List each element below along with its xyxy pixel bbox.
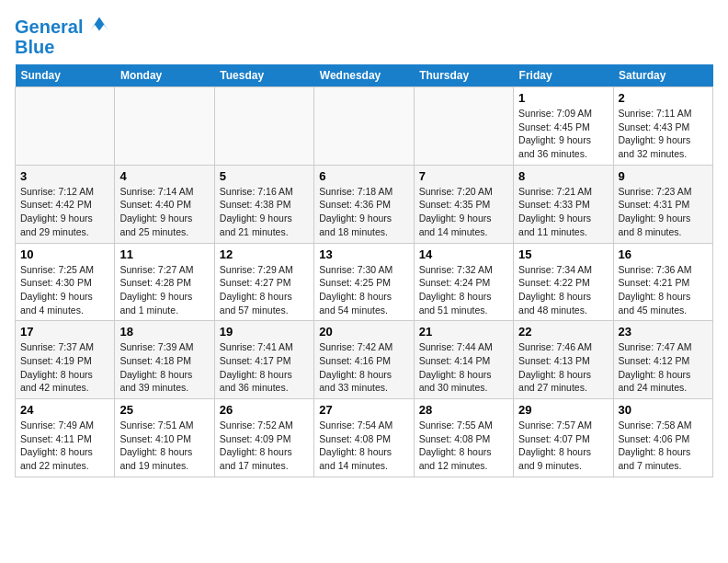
logo-icon <box>90 15 108 33</box>
day-info: Sunrise: 7:44 AMSunset: 4:14 PMDaylight:… <box>419 340 508 395</box>
day-number: 5 <box>220 169 309 183</box>
calendar-cell: 19Sunrise: 7:41 AMSunset: 4:17 PMDayligh… <box>214 321 313 399</box>
calendar-cell: 12Sunrise: 7:29 AMSunset: 4:27 PMDayligh… <box>214 243 313 321</box>
day-number: 24 <box>20 403 109 417</box>
day-info: Sunrise: 7:36 AMSunset: 4:21 PMDaylight:… <box>619 263 708 317</box>
weekday-header-sunday: Sunday <box>16 64 115 87</box>
day-info: Sunrise: 7:57 AMSunset: 4:07 PMDaylight:… <box>518 419 608 473</box>
calendar-cell: 27Sunrise: 7:54 AMSunset: 4:08 PMDayligh… <box>314 399 414 477</box>
calendar-cell: 6Sunrise: 7:18 AMSunset: 4:36 PMDaylight… <box>314 165 414 243</box>
day-number: 19 <box>220 325 309 339</box>
calendar-cell: 17Sunrise: 7:37 AMSunset: 4:19 PMDayligh… <box>16 321 115 399</box>
calendar-cell <box>314 87 414 166</box>
svg-marker-0 <box>90 17 108 31</box>
calendar-cell: 22Sunrise: 7:46 AMSunset: 4:13 PMDayligh… <box>514 321 613 399</box>
day-info: Sunrise: 7:41 AMSunset: 4:17 PMDaylight:… <box>220 340 309 395</box>
day-number: 30 <box>619 403 708 417</box>
day-info: Sunrise: 7:52 AMSunset: 4:09 PMDaylight:… <box>220 419 309 473</box>
day-number: 23 <box>619 325 708 339</box>
day-info: Sunrise: 7:49 AMSunset: 4:11 PMDaylight:… <box>20 419 109 473</box>
day-info: Sunrise: 7:29 AMSunset: 4:27 PMDaylight:… <box>220 263 309 317</box>
day-number: 18 <box>119 325 209 339</box>
calendar-cell: 25Sunrise: 7:51 AMSunset: 4:10 PMDayligh… <box>115 399 214 477</box>
calendar-cell: 2Sunrise: 7:11 AMSunset: 4:43 PMDaylight… <box>613 87 712 166</box>
calendar-cell: 20Sunrise: 7:42 AMSunset: 4:16 PMDayligh… <box>314 321 414 399</box>
logo-blue: Blue <box>15 37 54 57</box>
day-number: 4 <box>119 169 209 183</box>
day-info: Sunrise: 7:09 AMSunset: 4:45 PMDaylight:… <box>518 107 608 161</box>
logo-general: General <box>15 17 83 37</box>
day-number: 29 <box>518 403 608 417</box>
calendar-cell: 15Sunrise: 7:34 AMSunset: 4:22 PMDayligh… <box>514 243 613 321</box>
day-number: 8 <box>518 169 608 183</box>
calendar-cell: 28Sunrise: 7:55 AMSunset: 4:08 PMDayligh… <box>414 399 513 477</box>
day-info: Sunrise: 7:12 AMSunset: 4:42 PMDaylight:… <box>20 185 109 239</box>
page-header: General Blue <box>15 15 713 57</box>
calendar-cell: 11Sunrise: 7:27 AMSunset: 4:28 PMDayligh… <box>115 243 214 321</box>
calendar-cell: 21Sunrise: 7:44 AMSunset: 4:14 PMDayligh… <box>414 321 513 399</box>
calendar-cell: 3Sunrise: 7:12 AMSunset: 4:42 PMDaylight… <box>16 165 115 243</box>
day-number: 2 <box>619 91 708 105</box>
day-number: 10 <box>20 247 109 261</box>
day-info: Sunrise: 7:46 AMSunset: 4:13 PMDaylight:… <box>518 340 608 395</box>
weekday-header-thursday: Thursday <box>414 64 513 87</box>
day-number: 15 <box>518 247 608 261</box>
day-info: Sunrise: 7:21 AMSunset: 4:33 PMDaylight:… <box>518 185 608 239</box>
day-info: Sunrise: 7:58 AMSunset: 4:06 PMDaylight:… <box>619 419 708 473</box>
calendar-cell <box>414 87 513 166</box>
calendar-cell: 4Sunrise: 7:14 AMSunset: 4:40 PMDaylight… <box>115 165 214 243</box>
day-info: Sunrise: 7:18 AMSunset: 4:36 PMDaylight:… <box>319 185 408 239</box>
calendar-cell: 24Sunrise: 7:49 AMSunset: 4:11 PMDayligh… <box>16 399 115 477</box>
day-number: 11 <box>119 247 209 261</box>
day-number: 22 <box>518 325 608 339</box>
calendar-cell: 16Sunrise: 7:36 AMSunset: 4:21 PMDayligh… <box>613 243 712 321</box>
day-info: Sunrise: 7:54 AMSunset: 4:08 PMDaylight:… <box>319 419 408 473</box>
calendar-cell: 10Sunrise: 7:25 AMSunset: 4:30 PMDayligh… <box>16 243 115 321</box>
calendar-cell: 8Sunrise: 7:21 AMSunset: 4:33 PMDaylight… <box>514 165 613 243</box>
day-number: 1 <box>518 91 608 105</box>
day-number: 27 <box>319 403 408 417</box>
calendar-cell <box>115 87 214 166</box>
calendar-cell: 13Sunrise: 7:30 AMSunset: 4:25 PMDayligh… <box>314 243 414 321</box>
day-number: 12 <box>220 247 309 261</box>
day-number: 13 <box>319 247 408 261</box>
calendar-cell: 9Sunrise: 7:23 AMSunset: 4:31 PMDaylight… <box>613 165 712 243</box>
day-info: Sunrise: 7:30 AMSunset: 4:25 PMDaylight:… <box>319 263 408 317</box>
weekday-header-wednesday: Wednesday <box>314 64 414 87</box>
day-info: Sunrise: 7:37 AMSunset: 4:19 PMDaylight:… <box>20 340 109 395</box>
day-info: Sunrise: 7:55 AMSunset: 4:08 PMDaylight:… <box>419 419 508 473</box>
calendar-table: SundayMondayTuesdayWednesdayThursdayFrid… <box>15 64 713 477</box>
day-info: Sunrise: 7:47 AMSunset: 4:12 PMDaylight:… <box>619 340 708 395</box>
day-number: 26 <box>220 403 309 417</box>
day-number: 17 <box>20 325 109 339</box>
weekday-header-monday: Monday <box>115 64 214 87</box>
day-number: 6 <box>319 169 408 183</box>
day-info: Sunrise: 7:39 AMSunset: 4:18 PMDaylight:… <box>119 340 209 395</box>
calendar-cell: 18Sunrise: 7:39 AMSunset: 4:18 PMDayligh… <box>115 321 214 399</box>
weekday-header-friday: Friday <box>514 64 613 87</box>
day-info: Sunrise: 7:25 AMSunset: 4:30 PMDaylight:… <box>20 263 109 317</box>
day-info: Sunrise: 7:51 AMSunset: 4:10 PMDaylight:… <box>119 419 209 473</box>
day-info: Sunrise: 7:34 AMSunset: 4:22 PMDaylight:… <box>518 263 608 317</box>
day-info: Sunrise: 7:16 AMSunset: 4:38 PMDaylight:… <box>220 185 309 239</box>
calendar-cell: 23Sunrise: 7:47 AMSunset: 4:12 PMDayligh… <box>613 321 712 399</box>
day-number: 25 <box>119 403 209 417</box>
calendar-cell: 29Sunrise: 7:57 AMSunset: 4:07 PMDayligh… <box>514 399 613 477</box>
calendar-cell: 14Sunrise: 7:32 AMSunset: 4:24 PMDayligh… <box>414 243 513 321</box>
calendar-cell: 26Sunrise: 7:52 AMSunset: 4:09 PMDayligh… <box>214 399 313 477</box>
calendar-cell: 30Sunrise: 7:58 AMSunset: 4:06 PMDayligh… <box>613 399 712 477</box>
day-info: Sunrise: 7:42 AMSunset: 4:16 PMDaylight:… <box>319 340 408 395</box>
logo: General Blue <box>15 15 108 57</box>
day-number: 20 <box>319 325 408 339</box>
day-number: 21 <box>419 325 508 339</box>
calendar-cell: 5Sunrise: 7:16 AMSunset: 4:38 PMDaylight… <box>214 165 313 243</box>
day-number: 3 <box>20 169 109 183</box>
day-info: Sunrise: 7:14 AMSunset: 4:40 PMDaylight:… <box>119 185 209 239</box>
day-info: Sunrise: 7:20 AMSunset: 4:35 PMDaylight:… <box>419 185 508 239</box>
calendar-cell <box>214 87 313 166</box>
day-info: Sunrise: 7:23 AMSunset: 4:31 PMDaylight:… <box>619 185 708 239</box>
day-info: Sunrise: 7:11 AMSunset: 4:43 PMDaylight:… <box>619 107 708 161</box>
day-number: 14 <box>419 247 508 261</box>
calendar-cell: 1Sunrise: 7:09 AMSunset: 4:45 PMDaylight… <box>514 87 613 166</box>
calendar-cell: 7Sunrise: 7:20 AMSunset: 4:35 PMDaylight… <box>414 165 513 243</box>
